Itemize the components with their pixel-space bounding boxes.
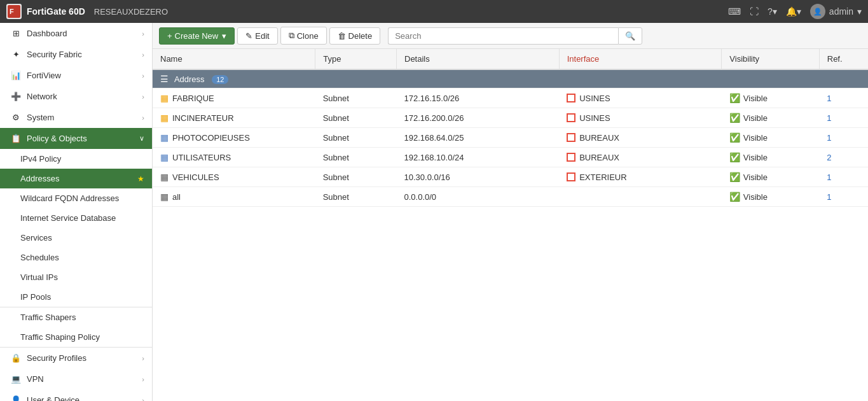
user-menu[interactable]: 👤 admin ▾ (810, 4, 862, 19)
delete-button[interactable]: 🗑 Delete (329, 27, 381, 45)
search-button[interactable]: 🔍 (618, 27, 642, 45)
cell-ref[interactable]: 1 (819, 128, 868, 148)
visibility-label: Visible (743, 153, 768, 162)
interface-name: USINES (579, 94, 610, 103)
sidebar-item-security-profiles[interactable]: 🔒 Security Profiles › (0, 348, 152, 369)
cell-visibility: ✅ Visible (722, 167, 819, 187)
sidebar-item-virtual-ips[interactable]: Virtual IPs (0, 267, 152, 287)
search-input[interactable] (388, 27, 618, 45)
username: admin (829, 6, 853, 17)
table-row[interactable]: ▦all Subnet 0.0.0.0/0 ✅ Visible 1 (153, 187, 868, 207)
cell-ref[interactable]: 1 (819, 187, 868, 207)
sidebar-item-fortiview[interactable]: 📊 FortiView › (0, 65, 152, 86)
cell-visibility: ✅ Visible (722, 148, 819, 167)
sidebar-label-traffic-shapers: Traffic Shapers (20, 313, 76, 322)
sidebar-item-traffic-shaping-policy[interactable]: Traffic Shaping Policy (0, 327, 152, 347)
sidebar-label-virtual-ips: Virtual IPs (20, 272, 58, 282)
cell-visibility: ✅ Visible (722, 128, 819, 148)
sidebar-label-ip-pools: IP Pools (20, 292, 51, 302)
cell-interface: USINES (559, 88, 722, 108)
device-name: FortiGate 60D (27, 6, 85, 17)
interface-indicator (567, 113, 575, 122)
cell-details: 192.168.10.0/24 (397, 148, 560, 167)
visibility-check-icon: ✅ (729, 192, 740, 202)
sidebar-label-security-fabric: Security Fabric (27, 50, 142, 59)
cell-details: 172.16.15.0/26 (397, 88, 560, 108)
sidebar-label-wildcard-fqdn: Wildcard FQDN Addresses (20, 193, 119, 203)
sidebar-item-wildcard-fqdn[interactable]: Wildcard FQDN Addresses (0, 188, 152, 208)
sidebar-item-network[interactable]: ➕ Network › (0, 86, 152, 107)
sidebar-label-system: System (27, 113, 142, 122)
sidebar-label-network: Network (27, 92, 142, 101)
edit-button[interactable]: ✎ Edit (237, 27, 277, 45)
cell-type: Subnet (315, 148, 397, 167)
visibility-label: Visible (743, 172, 768, 182)
sidebar-item-ipv4-policy[interactable]: IPv4 Policy (0, 149, 152, 169)
table-row[interactable]: ▦FABRIQUE Subnet 172.16.15.0/26 USINES ✅… (153, 88, 868, 108)
subnet-blue-icon: ▦ (160, 152, 169, 162)
sidebar-item-schedules[interactable]: Schedules (0, 248, 152, 267)
interface-name: USINES (579, 113, 610, 123)
cell-ref[interactable]: 2 (819, 148, 868, 167)
cell-ref[interactable]: 1 (819, 108, 868, 128)
interface-cell: USINES (567, 94, 714, 103)
visibility-label: Visible (743, 133, 768, 143)
help-icon[interactable]: ?▾ (768, 6, 777, 17)
sidebar-label-security-profiles: Security Profiles (27, 353, 142, 363)
create-new-label: Create New (175, 31, 219, 41)
policy-objects-chevron-icon: ∨ (139, 134, 144, 143)
terminal-icon[interactable]: ⌨ (728, 6, 741, 17)
table-row[interactable]: ▦UTILISATEURS Subnet 192.168.10.0/24 BUR… (153, 148, 868, 167)
sidebar-item-system[interactable]: ⚙ System › (0, 107, 152, 128)
create-new-button[interactable]: + Create New ▾ (159, 27, 235, 45)
cell-details: 10.30.0.0/16 (397, 167, 560, 187)
sidebar-item-dashboard[interactable]: ⊞ Dashboard › (0, 23, 152, 44)
sidebar-label-schedules: Schedules (20, 253, 59, 262)
dashboard-chevron-icon: › (142, 30, 144, 38)
user-chevron-icon: ▾ (857, 6, 862, 17)
addresses-star-icon: ★ (137, 174, 144, 183)
sidebar-item-security-fabric[interactable]: ✦ Security Fabric › (0, 44, 152, 65)
toolbar: + Create New ▾ ✎ Edit ⧉ Clone 🗑 Delete 🔍 (153, 23, 868, 49)
policy-objects-icon: 📋 (10, 134, 22, 143)
clone-button[interactable]: ⧉ Clone (280, 27, 327, 45)
sidebar-item-user-device[interactable]: 👤 User & Device › (0, 390, 152, 401)
cell-name: ▦FABRIQUE (153, 88, 315, 108)
interface-indicator (567, 172, 575, 181)
cell-details: 192.168.64.0/25 (397, 128, 560, 148)
sidebar-label-traffic-shaping-policy: Traffic Shaping Policy (20, 332, 100, 342)
cell-visibility: ✅ Visible (722, 187, 819, 207)
table-container: Name Type Details Interface Visibility R… (153, 49, 868, 401)
expand-icon[interactable]: ⛶ (750, 6, 759, 17)
topbar-logo: F FortiGate 60D RESEAUXDEZERO (6, 4, 168, 19)
cell-interface: BUREAUX (559, 148, 722, 167)
security-profiles-chevron-icon: › (142, 355, 144, 362)
cell-ref[interactable]: 1 (819, 167, 868, 187)
table-row[interactable]: ▦VEHICULES Subnet 10.30.0.0/16 EXTERIEUR… (153, 167, 868, 187)
security-fabric-icon: ✦ (10, 50, 22, 59)
sidebar-item-ip-pools[interactable]: IP Pools (0, 287, 152, 307)
interface-name: EXTERIEUR (579, 172, 626, 182)
table-row[interactable]: ▦INCINERATEUR Subnet 172.16.200.0/26 USI… (153, 108, 868, 128)
group-icon: ☰ (160, 74, 169, 84)
delete-label: Delete (348, 31, 373, 41)
sidebar-item-services[interactable]: Services (0, 228, 152, 248)
cell-ref[interactable]: 1 (819, 88, 868, 108)
cell-name: ▦PHOTOCOPIEUSES (153, 128, 315, 148)
sidebar-item-internet-service-db[interactable]: Internet Service Database ★ (0, 208, 152, 228)
sidebar-item-policy-objects[interactable]: 📋 Policy & Objects ∨ (0, 128, 152, 149)
topbar: F FortiGate 60D RESEAUXDEZERO ⌨ ⛶ ?▾ 🔔▾ … (0, 0, 868, 23)
sidebar-item-vpn[interactable]: 💻 VPN › (0, 369, 152, 390)
interface-indicator (567, 133, 575, 142)
cell-type: Subnet (315, 88, 397, 108)
table-row[interactable]: ▦PHOTOCOPIEUSES Subnet 192.168.64.0/25 B… (153, 128, 868, 148)
group-header: ☰ Address 12 (153, 69, 868, 88)
bell-icon[interactable]: 🔔▾ (786, 6, 801, 17)
table-header: Name Type Details Interface Visibility R… (153, 49, 868, 69)
sidebar: ⊞ Dashboard › ✦ Security Fabric › 📊 Fort… (0, 23, 153, 401)
network-icon: ➕ (10, 92, 22, 101)
sidebar-item-traffic-shapers[interactable]: Traffic Shapers (0, 307, 152, 327)
create-new-dropdown-icon: ▾ (222, 31, 226, 41)
group-name: Address (174, 74, 205, 84)
sidebar-item-addresses[interactable]: Addresses ★ (0, 169, 152, 188)
